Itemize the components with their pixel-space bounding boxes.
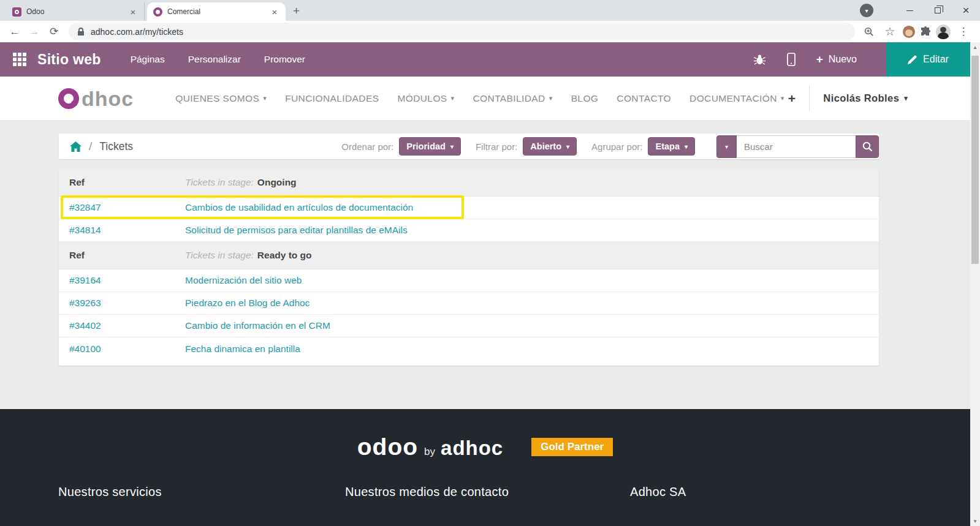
ticket-ref-link[interactable]: #39263 <box>59 298 185 309</box>
ticket-title-link[interactable]: Fecha dinamica en plantilla <box>185 344 300 355</box>
tickets-table-body: Ref Tickets in stage: Ongoing #32847 Cam… <box>59 169 879 360</box>
adhoc-footer-logo-text: adhoc <box>441 437 503 460</box>
addressbar-icons: ☆ ⋮ <box>861 23 974 40</box>
url-field[interactable]: adhoc.com.ar/my/tickets <box>69 23 855 40</box>
ticket-title-link[interactable]: Modernización del sitio web <box>185 275 302 286</box>
chevron-down-icon: ▾ <box>451 94 455 102</box>
browser-titlebar: Odoo × Comercial × + ▾ × <box>0 0 980 21</box>
site-nav-item[interactable]: QUIENES SOMOS ▾ <box>175 93 267 104</box>
forward-button: → <box>26 23 43 40</box>
ticket-row[interactable]: #39164 Modernización del sitio web <box>59 269 879 292</box>
ticket-row[interactable]: #32847 Cambios de usabilidad en artículo… <box>59 197 879 219</box>
ref-column-header: Ref <box>59 250 185 261</box>
backend-menu-item[interactable]: Promover <box>264 54 305 65</box>
ticket-title-link[interactable]: Solicitud de permisos para editar planti… <box>185 225 408 236</box>
adhoc-logo-text: dhoc <box>82 88 134 109</box>
site-nav-item[interactable]: CONTABILIDAD ▾ <box>473 93 553 104</box>
sort-dropdown[interactable]: Prioridad▾ <box>399 137 461 156</box>
home-icon[interactable] <box>70 141 82 152</box>
ticket-ref-link[interactable]: #32847 <box>59 202 185 213</box>
url-text: adhoc.com.ar/my/tickets <box>91 27 183 37</box>
group-dropdown[interactable]: Etapa▾ <box>648 137 695 156</box>
reload-button[interactable]: ⟳ <box>45 23 63 40</box>
backend-menu-item[interactable]: Personalizar <box>188 54 241 65</box>
tab-close-icon[interactable]: × <box>128 7 138 17</box>
ticket-row[interactable]: #34402 Cambio de información en el CRM <box>59 315 879 337</box>
tab-title: Comercial <box>167 7 265 16</box>
scroll-down-arrow[interactable]: ▼ <box>970 516 980 526</box>
ticket-title-link[interactable]: Cambios de usabilidad en artículos de do… <box>185 202 413 213</box>
breadcrumb-current: Tickets <box>99 140 133 153</box>
group-label: Agrupar por: <box>591 141 642 152</box>
window-controls: ▾ × <box>860 0 980 21</box>
monkey-extension-icon[interactable] <box>903 26 915 38</box>
ticket-ref-link[interactable]: #39164 <box>59 275 185 286</box>
site-nav-item[interactable]: BLOG <box>571 93 599 104</box>
ticket-row[interactable]: #39263 Piedrazo en el Blog de Adhoc <box>59 292 879 315</box>
backend-menu-item[interactable]: Páginas <box>131 54 165 65</box>
stage-prefix-label: Tickets in stage: <box>185 177 254 188</box>
user-menu[interactable]: Nicolás Robles ▾ <box>823 92 908 104</box>
mobile-preview-icon[interactable] <box>787 53 796 66</box>
bookmark-star-icon[interactable]: ☆ <box>882 23 898 40</box>
search-options-dropdown[interactable]: ▾ <box>716 135 737 158</box>
pencil-icon <box>908 55 917 64</box>
site-nav-item[interactable]: DOCUMENTACIÓN ▾ <box>689 93 784 104</box>
new-tab-button[interactable]: + <box>293 4 300 18</box>
restore-button[interactable] <box>924 0 952 21</box>
breadcrumb-toolbar: / Tickets Ordenar por: Prioridad▾ Filtra… <box>59 133 879 159</box>
ticket-row[interactable]: #34814 Solicitud de permisos para editar… <box>59 219 879 242</box>
tickets-table: Ref Tickets in stage: Ongoing #32847 Cam… <box>59 169 879 366</box>
adhoc-logo[interactable]: dhoc <box>58 88 134 109</box>
page-content: / Tickets Ordenar por: Prioridad▾ Filtra… <box>0 120 970 409</box>
edit-button[interactable]: Editar <box>886 42 970 77</box>
puzzle-extension-icon[interactable] <box>920 26 931 37</box>
browser-menu-icon[interactable]: ⋮ <box>955 23 971 40</box>
media-controls-button[interactable]: ▾ <box>860 4 873 17</box>
site-nav-item[interactable]: MÓDULOS ▾ <box>397 93 454 104</box>
zoom-icon[interactable] <box>861 23 877 40</box>
ref-column-header: Ref <box>59 177 185 188</box>
site-nav-item[interactable]: CONTACTO <box>617 93 671 104</box>
ticket-title-link[interactable]: Piedrazo en el Blog de Adhoc <box>185 298 310 309</box>
minimize-button[interactable] <box>895 0 924 21</box>
browser-tab-comercial[interactable]: Comercial × <box>147 2 286 21</box>
lock-icon <box>77 28 85 36</box>
gold-partner-badge: Gold Partner <box>531 438 613 456</box>
apps-grid-icon[interactable] <box>13 53 26 66</box>
filter-dropdown[interactable]: Abierto▾ <box>523 137 577 156</box>
ticket-row[interactable]: #40100 Fecha dinamica en plantilla <box>59 337 879 360</box>
new-button[interactable]: + Nuevo <box>816 53 857 66</box>
ticket-ref-link[interactable]: #40100 <box>59 344 185 355</box>
back-button[interactable]: ← <box>6 23 23 40</box>
footer-columns: Nuestros serviciosNuestros medios de con… <box>0 485 970 499</box>
tab-close-icon[interactable]: × <box>270 7 279 17</box>
ticket-title-link[interactable]: Cambio de información en el CRM <box>185 320 330 331</box>
stage-name-label: Ongoing <box>257 177 297 188</box>
ticket-ref-link[interactable]: #34402 <box>59 320 185 331</box>
search-button[interactable] <box>856 135 879 158</box>
chevron-down-icon: ▾ <box>450 143 454 150</box>
site-nav-item[interactable]: FUNCIONALIDADES <box>285 93 379 104</box>
search-icon <box>862 141 873 152</box>
search-input[interactable] <box>737 135 856 158</box>
search-group: ▾ <box>716 135 879 158</box>
profile-avatar[interactable] <box>936 24 951 39</box>
scroll-up-arrow[interactable]: ▲ <box>970 42 980 52</box>
ticket-ref-link[interactable]: #34814 <box>59 225 185 236</box>
site-footer: odoo by adhoc Gold Partner Nuestros serv… <box>0 409 970 526</box>
page-scrollbar[interactable]: ▲ ▼ <box>970 42 980 526</box>
footer-by-text: by <box>424 446 435 458</box>
tab-title: Odoo <box>26 7 123 16</box>
adhoc-favicon <box>153 7 162 17</box>
odoo-backend-bar: Sitio web Páginas Personalizar Promover … <box>0 42 970 77</box>
browser-tab-odoo[interactable]: Odoo × <box>6 2 145 21</box>
odoo-logo-text: odoo <box>357 434 418 460</box>
debug-bug-icon[interactable] <box>753 54 766 66</box>
breadcrumb: / Tickets <box>70 140 133 153</box>
close-window-button[interactable]: × <box>952 0 980 21</box>
scrollbar-thumb[interactable] <box>971 56 979 264</box>
nav-add-icon[interactable]: + <box>788 91 796 106</box>
backend-app-title[interactable]: Sitio web <box>37 51 101 68</box>
chevron-down-icon: ▾ <box>685 143 688 150</box>
